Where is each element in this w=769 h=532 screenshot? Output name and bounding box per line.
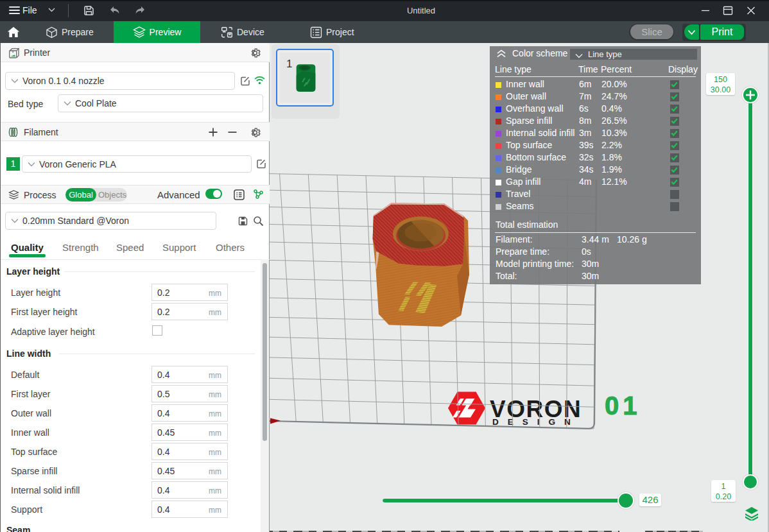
svg-text:01: 01	[605, 391, 641, 420]
